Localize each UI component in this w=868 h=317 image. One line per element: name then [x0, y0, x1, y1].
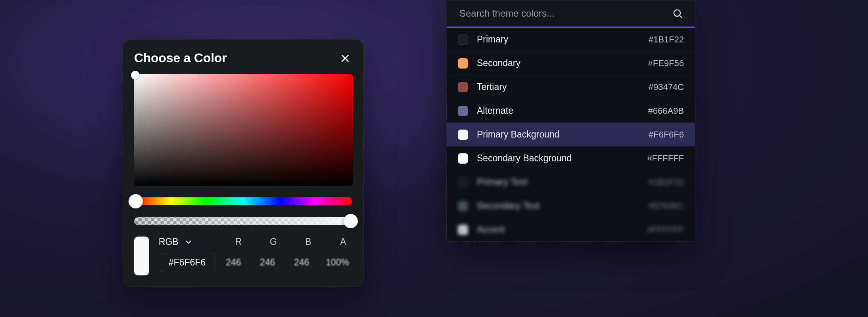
theme-color-row[interactable]: Secondary#FE9F56 — [447, 51, 695, 75]
saturation-value-thumb[interactable] — [131, 71, 140, 80]
color-swatch — [458, 225, 468, 235]
color-swatch — [458, 130, 468, 140]
theme-colors-panel: Primary#1B1F22Secondary#FE9F56Tertiary#9… — [446, 0, 695, 242]
color-name: Primary Text — [477, 177, 640, 187]
color-name: Primary — [477, 34, 640, 45]
color-value-row: #F6F6F6 246 246 246 100% — [159, 253, 352, 272]
current-color-swatch — [134, 237, 149, 275]
color-swatch — [458, 153, 468, 164]
hue-slider[interactable] — [134, 197, 352, 206]
color-name: Secondary Background — [477, 153, 638, 164]
color-name: Primary Background — [477, 129, 640, 140]
channel-value-r[interactable]: 246 — [223, 257, 243, 268]
search-row — [447, 0, 695, 28]
theme-color-row[interactable]: Secondary Text#57636C — [447, 194, 695, 218]
color-picker-title: Choose a Color — [134, 51, 227, 65]
alpha-slider[interactable] — [134, 217, 352, 225]
theme-color-row[interactable]: Primary#1B1F22 — [447, 28, 695, 51]
color-swatch — [458, 82, 468, 92]
channel-label-a: A — [334, 237, 352, 247]
chevron-down-icon[interactable] — [184, 238, 193, 246]
svg-line-3 — [680, 15, 682, 18]
color-hex: #FFFFFF — [647, 225, 684, 235]
color-hex: #93474C — [649, 82, 684, 92]
channel-value-b[interactable]: 246 — [292, 257, 311, 268]
search-icon — [672, 8, 683, 19]
channel-label-r: R — [229, 237, 248, 247]
color-hex: #666A9B — [648, 106, 684, 116]
color-hex: #1B1F22 — [649, 177, 684, 187]
color-values: RGB R G B A #F6F6F6 246 246 246 1 — [159, 237, 352, 272]
close-icon — [340, 53, 350, 63]
theme-color-row[interactable]: Primary Background#F6F6F6 — [447, 122, 695, 146]
color-hex: #F6F6F6 — [649, 130, 684, 140]
color-name: Tertiary — [477, 82, 640, 92]
hue-track — [134, 197, 352, 205]
color-name: Accent — [477, 224, 638, 235]
saturation-value-area[interactable] — [134, 74, 353, 186]
theme-color-row[interactable]: Primary Text#1B1F22 — [447, 170, 695, 194]
color-hex: #FFFFFF — [647, 153, 684, 164]
hex-input[interactable]: #F6F6F6 — [159, 253, 215, 272]
color-swatch — [458, 34, 468, 45]
color-picker-footer: RGB R G B A #F6F6F6 246 246 246 1 — [134, 237, 352, 275]
color-swatch — [458, 58, 468, 69]
color-swatch — [458, 177, 468, 187]
color-name: Secondary — [477, 58, 639, 69]
theme-color-row[interactable]: Accent#FFFFFF — [447, 218, 695, 241]
color-picker-header: Choose a Color — [134, 51, 352, 65]
color-hex: #57636C — [649, 201, 684, 211]
channel-value-g[interactable]: 246 — [257, 257, 277, 268]
close-button[interactable] — [338, 51, 352, 65]
theme-color-row[interactable]: Tertiary#93474C — [447, 75, 695, 99]
search-input[interactable] — [459, 8, 667, 19]
color-name: Secondary Text — [477, 201, 640, 211]
alpha-thumb[interactable] — [344, 214, 358, 228]
color-swatch — [458, 106, 468, 116]
color-mode-row: RGB R G B A — [159, 237, 352, 247]
channel-label-b: B — [299, 237, 317, 247]
alpha-track — [134, 217, 352, 225]
color-swatch — [458, 201, 468, 211]
color-picker-panel: Choose a Color RGB R — [123, 39, 364, 287]
channel-values: 246 246 246 100% — [223, 257, 346, 268]
channel-labels: R G B A — [229, 237, 352, 247]
hue-thumb[interactable] — [129, 194, 143, 208]
theme-color-row[interactable]: Alternate#666A9B — [447, 99, 695, 122]
color-mode-label[interactable]: RGB — [159, 237, 179, 247]
theme-color-row[interactable]: Secondary Background#FFFFFF — [447, 146, 695, 170]
theme-color-list: Primary#1B1F22Secondary#FE9F56Tertiary#9… — [447, 28, 695, 241]
channel-label-g: G — [264, 237, 282, 247]
channel-value-a[interactable]: 100% — [326, 257, 346, 268]
color-name: Alternate — [477, 105, 639, 116]
color-hex: #FE9F56 — [648, 58, 684, 69]
color-hex: #1B1F22 — [649, 34, 684, 45]
